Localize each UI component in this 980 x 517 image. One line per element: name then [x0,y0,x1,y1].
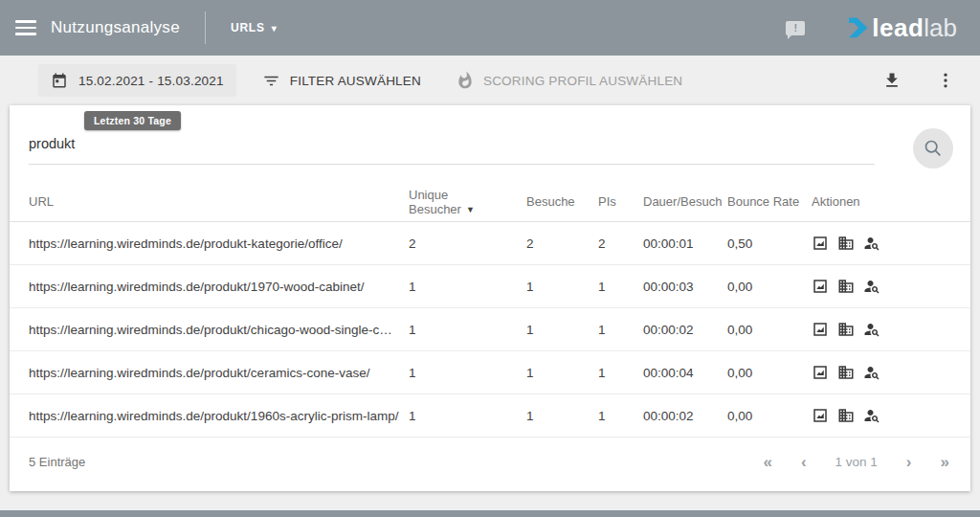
cell-dauer: 00:00:03 [634,280,718,294]
cell-dauer: 00:00:02 [634,409,718,423]
person-search-action-icon[interactable] [863,235,880,252]
cell-pis: 1 [589,409,634,423]
company-action-icon[interactable] [837,364,855,381]
feedback-icon[interactable]: ! [786,21,805,35]
column-header-url[interactable]: URL [19,194,399,209]
url-link[interactable]: https://learning.wiredminds.de/produkt/1… [29,280,399,294]
column-header-besuche[interactable]: Besuche [517,194,589,209]
table-footer: 5 Einträge « ‹ 1 von 1 › » [10,438,970,485]
company-action-icon[interactable] [837,321,855,338]
url-link[interactable]: https://learning.wiredminds.de/produkt/1… [29,409,399,423]
table-row: https://learning.wiredminds.de/produkt-k… [10,222,970,265]
cell-unique: 1 [399,409,517,423]
more-options-button[interactable] [936,71,955,90]
chart-action-icon[interactable] [812,407,829,424]
filter-select-label: FILTER AUSWÄHLEN [290,74,421,88]
cell-dauer: 00:00:04 [634,366,718,380]
url-link[interactable]: https://learning.wiredminds.de/produkt/c… [29,323,399,337]
cell-besuche: 1 [517,280,589,294]
filter-toolbar: 15.02.2021 - 15.03.2021 FILTER AUSWÄHLEN… [0,56,980,105]
cell-dauer: 00:00:02 [634,323,718,337]
cell-besuche: 1 [517,409,589,423]
results-card: URL Unique Besucher▼ Besuche PIs Dauer/B… [10,105,970,491]
cell-pis: 2 [589,236,634,251]
company-action-icon[interactable] [837,278,855,295]
chart-action-icon[interactable] [812,364,829,381]
last-page-icon[interactable]: » [941,454,949,470]
bottom-bar [0,510,980,517]
filter-select-button[interactable]: FILTER AUSWÄHLEN [262,72,421,90]
cell-pis: 1 [589,280,634,294]
chart-action-icon[interactable] [812,235,829,252]
cell-unique: 1 [399,366,517,380]
logo-mark-icon [849,16,870,39]
cell-bounce: 0,00 [718,280,802,294]
urls-dropdown-label: URLS [231,21,265,34]
download-icon [882,71,902,90]
flame-icon [456,71,475,90]
chevron-down-icon: ▾ [272,23,278,34]
logo-lab-text: lab [924,13,957,43]
scoring-profile-button[interactable]: SCORING PROFIL AUSWÄHLEN [456,71,682,90]
page-indicator: 1 von 1 [835,455,878,469]
top-app-bar: Nutzungsanalyse URLS ▾ ! lead lab [0,0,980,56]
row-actions [802,407,961,424]
filter-icon [262,72,280,90]
row-actions [802,364,961,381]
prev-page-icon[interactable]: ‹ [801,454,807,470]
date-tooltip: Letzten 30 Tage [84,111,181,130]
cell-unique: 1 [399,323,517,337]
cell-pis: 1 [589,366,634,380]
scoring-profile-label: SCORING PROFIL AUSWÄHLEN [483,74,682,88]
sort-desc-icon: ▼ [466,205,475,214]
kebab-menu-icon [936,71,955,90]
cell-bounce: 0,00 [718,323,802,337]
date-range-button[interactable]: 15.02.2021 - 15.03.2021 [38,64,236,97]
entries-count: 5 Einträge [29,455,85,469]
row-actions [802,235,961,252]
person-search-action-icon[interactable] [863,278,880,295]
leadlab-logo: lead lab [849,13,957,43]
row-actions [802,278,961,295]
cell-bounce: 0,00 [718,366,802,380]
column-header-unique-besucher[interactable]: Unique Besucher▼ [399,188,517,216]
cell-dauer: 00:00:01 [634,236,718,251]
cell-unique: 1 [399,280,517,294]
next-page-icon[interactable]: › [906,454,912,470]
table-header-row: URL Unique Besucher▼ Besuche PIs Dauer/B… [10,182,970,222]
company-action-icon[interactable] [837,407,855,424]
search-input[interactable] [29,130,875,165]
person-search-action-icon[interactable] [863,407,880,424]
logo-lead-text: lead [872,13,924,43]
column-header-unique-label: Unique Besucher [409,188,461,216]
row-actions [802,321,961,338]
company-action-icon[interactable] [837,235,855,252]
first-page-icon[interactable]: « [763,454,771,470]
url-link[interactable]: https://learning.wiredminds.de/produkt/c… [29,366,399,380]
column-header-dauer[interactable]: Dauer/Besuch [634,194,718,209]
chart-action-icon[interactable] [812,321,829,338]
cell-pis: 1 [589,323,634,337]
column-header-bounce[interactable]: Bounce Rate [718,194,802,209]
table-row: https://learning.wiredminds.de/produkt/1… [10,265,970,308]
search-button[interactable] [913,128,953,169]
cell-besuche: 1 [517,366,589,380]
chart-action-icon[interactable] [812,278,829,295]
nutzungsanalyse-page: Nutzungsanalyse URLS ▾ ! lead lab 15.02.… [0,0,980,517]
page-title: Nutzungsanalyse [51,18,180,37]
menu-icon[interactable] [15,20,36,35]
person-search-action-icon[interactable] [863,364,880,381]
column-header-aktionen: Aktionen [802,194,961,209]
table-row: https://learning.wiredminds.de/produkt/1… [10,394,970,438]
search-icon [923,138,944,159]
column-header-pis[interactable]: PIs [589,194,634,209]
download-button[interactable] [882,71,902,90]
cell-bounce: 0,50 [718,236,802,251]
person-search-action-icon[interactable] [863,321,880,338]
calendar-icon [51,72,68,89]
urls-dropdown[interactable]: URLS ▾ [231,21,278,34]
table-row: https://learning.wiredminds.de/produkt/c… [10,308,970,351]
cell-unique: 2 [399,236,517,251]
url-link[interactable]: https://learning.wiredminds.de/produkt-k… [29,236,399,251]
pagination: « ‹ 1 von 1 › » [763,454,949,470]
